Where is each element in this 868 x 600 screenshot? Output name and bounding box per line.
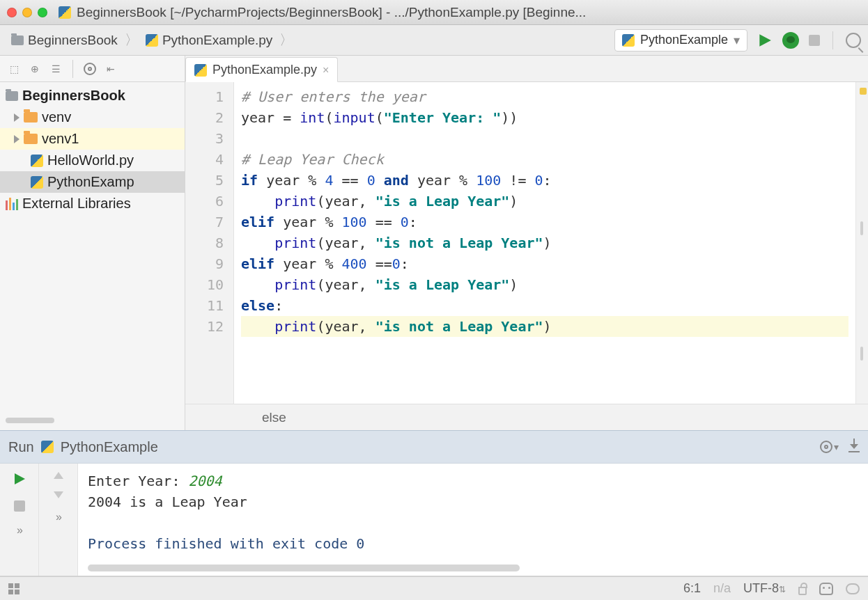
download-icon[interactable] — [848, 441, 860, 452]
folder-icon — [24, 112, 38, 123]
console-output[interactable]: Enter Year: 2004 2004 is a Leap Year Pro… — [78, 464, 868, 576]
tree-node-folder[interactable]: venv — [0, 106, 185, 128]
python-file-icon — [31, 155, 43, 167]
warning-marker-icon[interactable] — [860, 88, 867, 95]
notifications-icon[interactable] — [846, 583, 860, 594]
node-label: HelloWorld.py — [47, 152, 134, 168]
tree-node-file[interactable]: PythonExamp — [0, 171, 185, 193]
stripe-marker[interactable] — [860, 347, 863, 361]
expand-caret-icon[interactable] — [14, 135, 20, 143]
editor-tabs: PythonExample.py × — [185, 56, 868, 82]
breadcrumb: BeginnersBook 〉 PythonExample.py 〉 — [7, 31, 614, 49]
stripe-marker[interactable] — [860, 221, 863, 235]
folder-icon — [6, 91, 18, 101]
python-file-icon — [146, 34, 158, 47]
titlebar: BeginnersBook [~/PycharmProjects/Beginne… — [0, 0, 868, 25]
console-line: Process finished with exit code 0 — [88, 533, 858, 554]
window-controls — [7, 8, 47, 17]
structure-breadcrumb[interactable]: else — [185, 404, 868, 430]
code-body[interactable]: # User enters the yearyear = int(input("… — [234, 82, 855, 404]
run-configuration-selector[interactable]: PythonExample ▾ — [614, 29, 747, 52]
breadcrumb-label: BeginnersBook — [28, 33, 118, 48]
chevron-right-icon: 〉 — [125, 31, 139, 49]
up-stack-icon[interactable] — [54, 472, 63, 479]
libraries-icon — [6, 198, 18, 210]
line-number-gutter[interactable]: 123456789101112 — [185, 82, 234, 404]
more-actions-button[interactable]: » — [17, 524, 22, 537]
python-file-icon — [622, 34, 635, 47]
run-tool-window-header[interactable]: Run PythonExample ▾ — [0, 430, 868, 464]
close-window-button[interactable] — [7, 8, 17, 17]
tab-label: PythonExample.py — [212, 63, 317, 77]
editor-tab[interactable]: PythonExample.py × — [185, 57, 338, 82]
main-area: ⬚ ⊕ ☰ ⇤ BeginnersBook venv venv1 — [0, 56, 868, 430]
console-line: Enter Year: 2004 — [88, 471, 858, 491]
settings-gear-icon[interactable] — [83, 62, 97, 76]
status-bar: 6:1 n/a UTF-8⇅ — [0, 576, 868, 600]
python-file-icon — [31, 176, 43, 189]
stop-button[interactable] — [14, 500, 25, 512]
node-label: venv — [42, 109, 71, 125]
collapse-all-icon[interactable]: ⇤ — [104, 62, 118, 76]
run-label: Run — [8, 439, 34, 455]
separator — [832, 31, 833, 49]
tree-node-file[interactable]: HelloWorld.py — [0, 150, 185, 171]
breadcrumb-item-file[interactable]: PythonExample.py — [141, 31, 277, 49]
folder-icon — [11, 35, 24, 45]
scroll-from-source-icon[interactable]: ⬚ — [7, 62, 21, 76]
run-actions-column: » — [0, 464, 39, 576]
locate-icon[interactable]: ⊕ — [28, 62, 42, 76]
stop-button[interactable] — [809, 35, 820, 46]
tool-windows-icon[interactable] — [8, 583, 20, 594]
external-libraries-node[interactable]: External Libraries — [0, 193, 185, 214]
python-file-icon — [41, 441, 54, 453]
settings-gear-icon[interactable]: ▾ — [820, 441, 839, 453]
run-button[interactable] — [757, 33, 773, 48]
breadcrumb-label: PythonExample.py — [162, 33, 272, 48]
window-title: BeginnersBook [~/PycharmProjects/Beginne… — [77, 5, 861, 20]
minimize-window-button[interactable] — [22, 8, 32, 17]
tree-node-folder[interactable]: venv1 — [0, 128, 185, 150]
run-config-name: PythonExample — [61, 439, 158, 455]
expand-caret-icon[interactable] — [14, 113, 20, 122]
breadcrumb-item-project[interactable]: BeginnersBook — [7, 31, 122, 49]
horizontal-scrollbar[interactable] — [6, 418, 54, 423]
run-console: » » Enter Year: 2004 2004 is a Leap Year… — [0, 464, 868, 576]
svg-marker-1 — [15, 473, 25, 484]
chevron-right-icon: 〉 — [279, 31, 293, 49]
project-tree: BeginnersBook venv venv1 HelloWorld.py P… — [0, 82, 185, 217]
line-separator[interactable]: n/a — [713, 581, 731, 596]
dropdown-caret-icon: ▾ — [734, 33, 740, 48]
app-icon — [59, 6, 71, 19]
node-label: External Libraries — [22, 196, 131, 212]
folder-icon — [24, 134, 38, 144]
run-toolbar — [757, 31, 861, 49]
horizontal-scrollbar[interactable] — [88, 565, 520, 571]
error-stripe[interactable] — [855, 82, 868, 404]
code-editor[interactable]: 123456789101112 # User enters the yearye… — [185, 82, 868, 404]
project-tool-window: ⬚ ⊕ ☰ ⇤ BeginnersBook venv venv1 — [0, 56, 185, 430]
svg-marker-0 — [759, 34, 771, 47]
file-encoding[interactable]: UTF-8⇅ — [743, 581, 786, 596]
debug-button[interactable] — [782, 32, 799, 49]
project-root-node[interactable]: BeginnersBook — [0, 85, 185, 106]
more-actions-button[interactable]: » — [56, 511, 61, 523]
project-toolbar: ⬚ ⊕ ☰ ⇤ — [0, 56, 185, 82]
console-nav-column: » — [39, 464, 78, 576]
crumb-label: else — [262, 410, 286, 425]
python-file-icon — [194, 64, 207, 77]
caret-position[interactable]: 6:1 — [683, 581, 701, 596]
flatten-icon[interactable]: ☰ — [49, 62, 63, 76]
node-label: BeginnersBook — [22, 88, 125, 104]
rerun-button[interactable] — [13, 472, 26, 488]
close-tab-icon[interactable]: × — [323, 64, 329, 77]
separator — [72, 60, 73, 78]
search-button[interactable] — [846, 33, 861, 48]
readonly-lock-icon[interactable] — [798, 587, 807, 595]
inspections-indicator-icon[interactable] — [819, 583, 833, 595]
editor: PythonExample.py × 123456789101112 # Use… — [185, 56, 868, 430]
node-label: venv1 — [42, 131, 79, 147]
console-line: 2004 is a Leap Year — [88, 491, 858, 512]
zoom-window-button[interactable] — [38, 8, 47, 17]
down-stack-icon[interactable] — [54, 491, 63, 498]
